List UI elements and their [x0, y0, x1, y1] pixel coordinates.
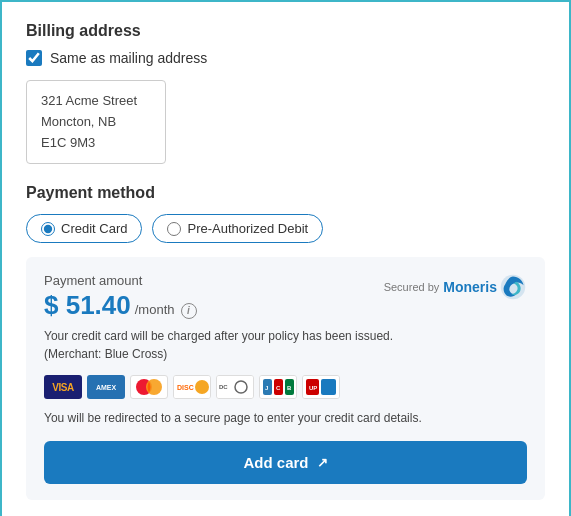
same-as-mailing-row: Same as mailing address — [26, 50, 545, 66]
address-line2: Moncton, NB — [41, 112, 151, 133]
payment-tabs: Credit Card Pre-Authorized Debit — [26, 214, 545, 243]
unionpay-icon: UP — [302, 375, 340, 399]
jcb-icon: J C B — [259, 375, 297, 399]
diners-icon: DC — [216, 375, 254, 399]
charge-notice-line2: (Merchant: Blue Cross) — [44, 347, 167, 361]
secured-by-area: Secured by Moneris — [384, 273, 527, 301]
svg-text:DC: DC — [219, 384, 228, 390]
payment-amount-value: $ 51.40 /month i — [44, 290, 197, 321]
tab-credit-card-label: Credit Card — [61, 221, 127, 236]
payment-section: Payment method Credit Card Pre-Authorize… — [26, 184, 545, 516]
external-link-icon: ↗︎ — [317, 455, 328, 470]
tab-pre-authorized-debit-radio[interactable] — [167, 222, 181, 236]
tab-credit-card-radio[interactable] — [41, 222, 55, 236]
payment-section-title: Payment method — [26, 184, 545, 202]
address-line3: E1C 9M3 — [41, 133, 151, 154]
page-container: Billing address Same as mailing address … — [0, 0, 571, 516]
payment-box-header: Payment amount $ 51.40 /month i Secured … — [44, 273, 527, 321]
svg-rect-18 — [321, 379, 336, 395]
info-icon[interactable]: i — [181, 303, 197, 319]
discover-icon: DISC — [173, 375, 211, 399]
moneris-logo-icon — [499, 273, 527, 301]
svg-text:UP: UP — [309, 385, 317, 391]
payment-box: Payment amount $ 51.40 /month i Secured … — [26, 257, 545, 500]
redirect-notice: You will be redirected to a secure page … — [44, 411, 527, 425]
visa-icon: VISA — [44, 375, 82, 399]
add-card-button[interactable]: Add card ↗︎ — [44, 441, 527, 484]
mastercard-icon — [130, 375, 168, 399]
charge-notice: Your credit card will be charged after y… — [44, 327, 527, 363]
svg-point-5 — [195, 380, 209, 394]
tab-pre-authorized-debit[interactable]: Pre-Authorized Debit — [152, 214, 323, 243]
tab-pre-authorized-debit-label: Pre-Authorized Debit — [187, 221, 308, 236]
moneris-brand-text: Moneris — [443, 279, 497, 295]
same-as-mailing-checkbox[interactable] — [26, 50, 42, 66]
billing-section-title: Billing address — [26, 22, 545, 40]
charge-notice-line1: Your credit card will be charged after y… — [44, 329, 393, 343]
svg-text:B: B — [287, 385, 292, 391]
svg-text:J: J — [265, 385, 268, 391]
payment-amount-label: Payment amount — [44, 273, 197, 288]
payment-amount-per-month: /month — [135, 302, 175, 317]
card-icons-row: VISA AMEX DISC — [44, 375, 527, 399]
billing-address: 321 Acme Street Moncton, NB E1C 9M3 — [26, 80, 166, 164]
amex-icon: AMEX — [87, 375, 125, 399]
add-card-button-label: Add card — [243, 454, 308, 471]
same-as-mailing-label[interactable]: Same as mailing address — [50, 50, 207, 66]
moneris-logo: Moneris — [443, 273, 527, 301]
payment-amount-area: Payment amount $ 51.40 /month i — [44, 273, 197, 321]
svg-text:DISC: DISC — [177, 384, 194, 391]
address-line1: 321 Acme Street — [41, 91, 151, 112]
tab-credit-card[interactable]: Credit Card — [26, 214, 142, 243]
svg-text:C: C — [276, 385, 281, 391]
secured-by-label: Secured by — [384, 281, 440, 293]
payment-amount-dollar: $ 51.40 — [44, 290, 131, 321]
billing-section: Billing address Same as mailing address … — [26, 22, 545, 184]
